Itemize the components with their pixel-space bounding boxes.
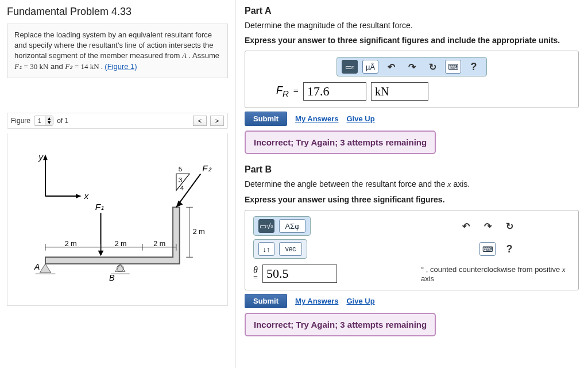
- figure-current: 1: [34, 117, 45, 125]
- fig-f1: F₁: [95, 202, 104, 212]
- stepper-arrows-icon[interactable]: ▲▼: [45, 116, 53, 125]
- fig-A: A: [34, 262, 40, 271]
- svg-marker-5: [98, 250, 104, 256]
- fig-y: y: [38, 152, 44, 162]
- fig-tr3: 3: [179, 177, 182, 183]
- part-b-giveup-link[interactable]: Give Up: [346, 297, 374, 305]
- vec-button[interactable]: vec: [279, 242, 302, 256]
- fig-B: B: [109, 273, 115, 282]
- figure-of: of 1: [57, 117, 68, 125]
- fig-tr5: 5: [179, 165, 182, 172]
- svg-marker-3: [76, 194, 82, 198]
- undo-icon[interactable]: ↶: [458, 219, 474, 233]
- figure-container: y x F₁ F₂ 5 3 4: [7, 133, 228, 306]
- redo-icon[interactable]: ↷: [479, 219, 496, 233]
- desc-eq1: = 30 kN: [24, 62, 49, 71]
- part-a-submit-button[interactable]: Submit: [245, 112, 287, 126]
- problem-description: Replace the loading system by an equival…: [7, 24, 228, 78]
- part-a-feedback: Incorrect; Try Again; 3 attempts remaini…: [245, 131, 436, 154]
- part-a-value-input[interactable]: [303, 82, 366, 101]
- figure-stepper[interactable]: 1 ▲▼: [34, 116, 53, 126]
- desc-f2: F₂: [65, 62, 72, 71]
- desc-a: A: [182, 51, 187, 60]
- equals-sign: =: [253, 274, 258, 282]
- part-a-instruction: Express your answer to three significant…: [245, 36, 579, 45]
- greek-icon[interactable]: ΑΣφ: [279, 219, 305, 233]
- figure-label: Figure: [11, 117, 30, 125]
- part-b-question: Determine the angle between the resultan…: [245, 179, 579, 189]
- undo-icon[interactable]: ↶: [383, 60, 399, 74]
- template-icon[interactable]: ▭▫: [342, 60, 358, 74]
- postfix-var: x: [562, 265, 566, 274]
- part-a-var: FR: [276, 85, 289, 98]
- figure-svg: y x F₁ F₂ 5 3 4: [12, 138, 223, 288]
- svg-marker-8: [40, 264, 51, 273]
- part-b-q-var: x: [447, 180, 451, 189]
- postfix-post: axis: [421, 274, 434, 283]
- part-a-unit-input[interactable]: [371, 82, 428, 101]
- part-a-my-answers-link[interactable]: My Answers: [295, 114, 338, 123]
- part-b-postfix: ° , counted counterclockwise from positi…: [421, 265, 570, 283]
- part-b-toolbar-left: ▭√▫ ΑΣφ: [253, 216, 311, 236]
- part-b-toolbar2-right: ⌨ ?: [479, 242, 517, 256]
- part-b-q-pre: Determine the angle between the resultan…: [245, 179, 447, 189]
- figure-link[interactable]: (Figure 1): [105, 62, 137, 71]
- svg-point-10: [117, 265, 124, 272]
- fig-f2: F₂: [202, 163, 211, 172]
- equals-sign: =: [293, 86, 299, 97]
- reset-icon[interactable]: ↻: [501, 219, 517, 233]
- part-a-question: Determine the magnitude of the resultant…: [245, 21, 579, 30]
- help-icon[interactable]: ?: [501, 242, 517, 256]
- fig-tr4: 4: [180, 185, 184, 191]
- part-b-feedback: Incorrect; Try Again; 3 attempts remaini…: [245, 313, 436, 336]
- figure-next-button[interactable]: >: [210, 116, 224, 126]
- desc-f1: F₁: [14, 62, 22, 71]
- updown-icon[interactable]: ↓↑: [258, 242, 274, 256]
- part-a-toolbar: ▭▫ µÅ ↶ ↷ ↻ ⌨ ?: [336, 57, 487, 76]
- help-icon[interactable]: ?: [466, 60, 482, 74]
- desc-assume: . Assume: [189, 51, 219, 60]
- desc-and: and: [51, 62, 65, 71]
- figure-prev-button[interactable]: <: [193, 116, 207, 126]
- svg-marker-7: [176, 201, 183, 208]
- svg-marker-1: [43, 154, 48, 160]
- fig-d3: 2 m: [153, 240, 165, 248]
- part-b-submit-button[interactable]: Submit: [245, 294, 287, 308]
- degree-symbol: °: [421, 265, 424, 274]
- part-b-instruction: Express your answer using three signific…: [245, 195, 579, 204]
- desc-eq2: = 14 kN .: [75, 62, 105, 71]
- units-icon[interactable]: µÅ: [362, 60, 378, 74]
- redo-icon[interactable]: ↷: [404, 60, 420, 74]
- fig-x: x: [84, 191, 90, 201]
- part-b-answer-box: ▭√▫ ΑΣφ ↶ ↷ ↻ ↓↑ vec ⌨: [245, 210, 579, 290]
- part-b-toolbar2-left: ↓↑ vec: [253, 239, 307, 259]
- part-b-value-input[interactable]: [262, 264, 337, 283]
- fig-d4: 2 m: [193, 227, 205, 235]
- part-b-toolbar-right: ↶ ↷ ↻: [458, 219, 517, 233]
- reset-icon[interactable]: ↻: [424, 60, 440, 74]
- page-title: Fundamental Problem 4.33: [7, 6, 228, 18]
- figure-toolbar: Figure 1 ▲▼ of 1 < >: [7, 113, 228, 129]
- part-b-q-post: axis.: [453, 179, 470, 189]
- part-b-my-answers-link[interactable]: My Answers: [295, 297, 338, 305]
- keyboard-icon[interactable]: ⌨: [445, 60, 461, 74]
- fig-d1: 2 m: [65, 240, 77, 248]
- part-b-title: Part B: [245, 164, 579, 175]
- postfix-pre: , counted counterclockwise from positive: [426, 265, 562, 274]
- template-icon[interactable]: ▭√▫: [258, 219, 274, 233]
- keyboard-icon[interactable]: ⌨: [479, 242, 496, 256]
- part-a-title: Part A: [245, 6, 579, 16]
- part-a-giveup-link[interactable]: Give Up: [346, 114, 374, 123]
- fig-d2: 2 m: [115, 240, 127, 248]
- part-a-answer-box: ▭▫ µÅ ↶ ↷ ↻ ⌨ ? FR =: [245, 51, 579, 108]
